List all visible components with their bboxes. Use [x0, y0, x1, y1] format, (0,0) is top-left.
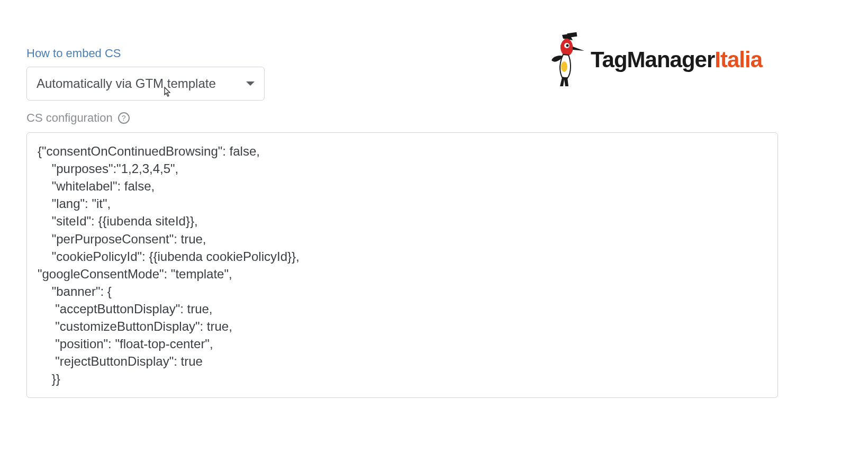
help-icon[interactable]: ?	[118, 112, 130, 124]
svg-rect-0	[567, 32, 577, 38]
embed-label[interactable]: How to embed CS	[26, 47, 778, 60]
cs-configuration-textarea[interactable]: {"consentOnContinuedBrowsing": false, "p…	[26, 132, 778, 398]
dropdown-selected-value: Automatically via GTM template	[37, 76, 216, 91]
config-label-row: CS configuration ?	[26, 111, 778, 125]
embed-method-dropdown[interactable]: Automatically via GTM template	[26, 67, 265, 101]
config-label: CS configuration	[26, 111, 113, 125]
chevron-down-icon	[246, 81, 255, 86]
form-section: How to embed CS Automatically via GTM te…	[26, 47, 778, 398]
